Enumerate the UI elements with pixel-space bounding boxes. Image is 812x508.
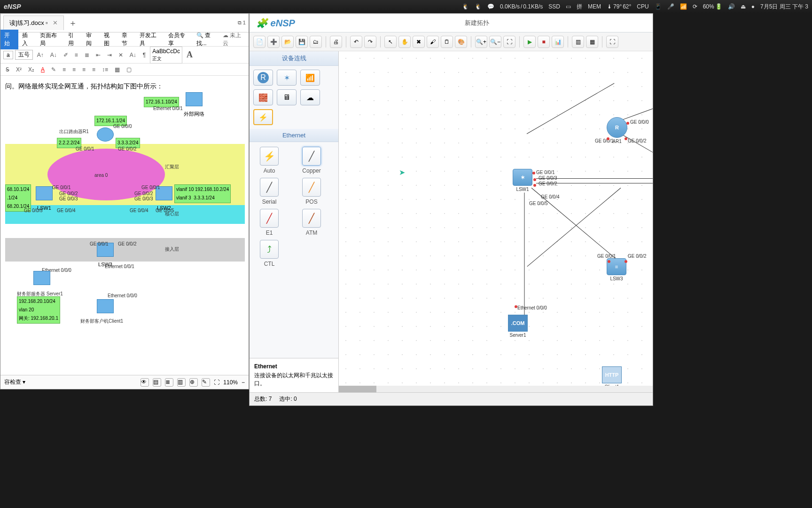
view-eye-icon[interactable]: 👁 [141, 378, 149, 387]
text-icon[interactable]: 🗒 [441, 36, 453, 48]
link-lsw1-server[interactable] [524, 193, 525, 320]
ribbon-start[interactable]: 开始 [0, 30, 18, 49]
increase-font-icon[interactable]: A↑ [35, 51, 46, 59]
new-device-icon[interactable]: ➕ [267, 36, 280, 48]
align-center-icon[interactable]: ≡ [70, 65, 78, 74]
ime-icon[interactable]: 拼 [577, 3, 582, 11]
switch-category[interactable]: ✶ [277, 70, 297, 86]
document-tab[interactable]: 读]练习.docx ▫ ✕ [3, 16, 64, 30]
tab-menu-icon[interactable]: ▫ [46, 19, 48, 26]
outdent-icon[interactable]: ⇥ [105, 51, 114, 59]
save-icon[interactable]: 💾 [296, 36, 308, 48]
strike-icon[interactable]: S̶ [3, 65, 12, 74]
document-body[interactable]: 问。网络最终实现全网互通，拓扑结构如下图中所示： 汇聚层 核心层 接入层 are… [0, 76, 249, 385]
view-read-icon[interactable]: ▥ [177, 378, 186, 387]
zoomout-icon[interactable]: 🔍− [489, 36, 501, 48]
pc-category[interactable]: 🖥 [277, 89, 297, 105]
volume-icon[interactable]: 🔊 [728, 3, 735, 10]
align-left-icon[interactable]: ≡ [60, 65, 68, 74]
refresh-icon[interactable]: ⟳ [693, 3, 697, 10]
super-icon[interactable]: X² [14, 65, 24, 74]
ribbon-layout[interactable]: 页面布局 [36, 30, 64, 49]
link-category[interactable]: ⚡ [253, 109, 273, 125]
pan-icon[interactable]: ✋ [398, 36, 411, 48]
palette-icon[interactable]: 🎨 [455, 36, 467, 48]
dot-icon[interactable]: ● [751, 3, 755, 10]
mic-icon[interactable]: 🎤 [667, 3, 674, 10]
wlan-category[interactable]: 📶 [300, 70, 320, 86]
conn-auto[interactable]: ⚡Auto [255, 147, 283, 174]
view-outline-icon[interactable]: ≣ [165, 378, 173, 387]
layout1-icon[interactable]: ▥ [572, 36, 584, 48]
sub-icon[interactable]: X₂ [26, 65, 37, 74]
spellcheck-menu[interactable]: 容检查 ▾ [4, 378, 25, 386]
stop-all-icon[interactable]: ■ [538, 36, 550, 48]
ribbon-view[interactable]: 视图 [100, 30, 118, 49]
bold-icon[interactable]: ≡ [72, 51, 80, 59]
start-all-icon[interactable]: ▶ [523, 36, 536, 48]
ribbon-ref[interactable]: 引用 [64, 30, 82, 49]
lsw1-node[interactable]: ✶ LSW1 [513, 169, 532, 192]
zoomin-icon[interactable]: 🔍+ [475, 36, 487, 48]
cloud-status[interactable]: ☁ 未上云 [223, 32, 249, 48]
fontcolor-icon[interactable]: A [39, 65, 47, 74]
open-icon[interactable]: 📂 [281, 36, 294, 48]
server1-node[interactable]: .COM Server1 [508, 315, 528, 338]
view-web-icon[interactable]: ⊕ [189, 378, 198, 387]
monitor-icon[interactable]: ▭ [566, 3, 571, 10]
phone-icon[interactable]: 📱 [655, 3, 662, 10]
search-box[interactable]: 🔍 查找... [193, 30, 223, 49]
chat-icon[interactable]: 💬 [487, 3, 494, 10]
brush-icon[interactable]: 🖌 [427, 36, 439, 48]
linespace-icon[interactable]: ↕≡ [100, 65, 110, 74]
sort-icon[interactable]: A↓ [127, 51, 139, 59]
view-page-icon[interactable]: ▤ [153, 378, 161, 387]
wifi-icon[interactable]: 📶 [680, 3, 687, 10]
font-select[interactable]: a [3, 51, 13, 59]
router-category[interactable]: R [253, 70, 273, 86]
decrease-font-icon[interactable]: A↓ [48, 51, 59, 59]
penguin-icon[interactable]: 🐧 [462, 3, 469, 10]
new-tab-button[interactable]: ＋ [69, 17, 77, 29]
print-icon[interactable]: 🖨 [330, 36, 342, 48]
saveas-icon[interactable]: 🗂 [310, 36, 322, 48]
pointer-icon[interactable]: ↖ [384, 36, 397, 48]
ribbon-chapter[interactable]: 章节 [118, 30, 136, 49]
cloud-category[interactable]: ☁ [300, 89, 320, 105]
new-topo-icon[interactable]: 📄 [253, 36, 265, 48]
conn-pos[interactable]: ╱POS [297, 178, 326, 205]
border-icon[interactable]: ▢ [124, 65, 134, 74]
fontsize-select[interactable]: 五号 [15, 50, 33, 60]
highlight-icon[interactable]: ✎ [49, 65, 58, 74]
ribbon-insert[interactable]: 插入 [18, 30, 36, 49]
conn-ctl[interactable]: ⤴CTL [255, 240, 283, 267]
style-letter-icon[interactable]: A [184, 49, 195, 61]
firewall-category[interactable]: 🧱 [253, 89, 273, 105]
close-icon[interactable]: ✕ [53, 19, 58, 26]
zoom-level[interactable]: 110% [223, 379, 238, 386]
clear-format-icon[interactable]: ✐ [61, 51, 70, 59]
indent-icon[interactable]: ⇤ [94, 51, 103, 59]
topology-canvas[interactable]: 🖥 PC1 Ethernet 0/0/1 R AR1 GE 0/0/0 GE 0… [339, 51, 653, 392]
fit-icon[interactable]: ⛶ [503, 36, 515, 48]
layout2-icon[interactable]: ▦ [586, 36, 598, 48]
expand-icon[interactable]: ⛶ [606, 36, 618, 48]
link-ar1-lsw1[interactable] [527, 83, 615, 134]
shading-icon[interactable]: ▦ [112, 65, 122, 74]
capture-icon[interactable]: 📊 [552, 36, 564, 48]
align-justify-icon[interactable]: ≡ [90, 65, 98, 74]
redo-icon[interactable]: ↷ [364, 36, 376, 48]
horizontal-scrollbar[interactable] [339, 386, 653, 392]
eject-icon[interactable]: ⏏ [741, 3, 746, 10]
undo-icon[interactable]: ↶ [350, 36, 362, 48]
list-icon[interactable]: ≣ [82, 51, 92, 59]
conn-atm[interactable]: ╱ATM [297, 209, 326, 236]
align-right-icon[interactable]: ≡ [80, 65, 88, 74]
layout-indicator[interactable]: ⧉ 1 [238, 20, 246, 26]
conn-copper[interactable]: ╱Copper [297, 147, 326, 174]
penguin-icon[interactable]: 🐧 [475, 3, 482, 10]
conn-serial[interactable]: ╱Serial [255, 178, 283, 205]
toggle-icon[interactable]: ✕ [116, 51, 125, 59]
delete-icon[interactable]: ✖ [413, 36, 425, 48]
style-preview[interactable]: AaBbCcDc正文 [150, 47, 182, 64]
